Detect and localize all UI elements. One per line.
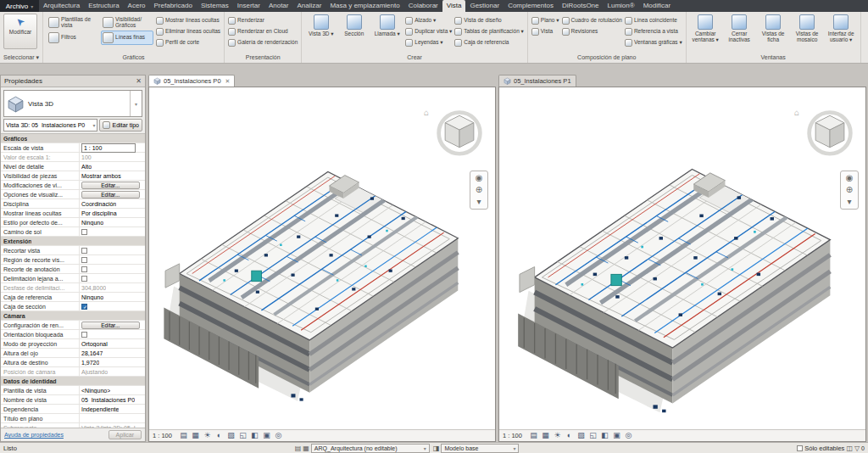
ribbon-button[interactable]: Renderizar xyxy=(228,15,298,25)
ribbon-button[interactable]: Vistas de ficha xyxy=(758,14,789,42)
navigation-bar[interactable]: ◉ ⊕ ▾ xyxy=(840,171,859,210)
checkbox[interactable] xyxy=(81,257,87,263)
viewcube-cube-icon[interactable] xyxy=(434,106,485,157)
ribbon-button[interactable]: Vista xyxy=(531,26,559,36)
checkbox[interactable] xyxy=(81,248,87,254)
property-value[interactable] xyxy=(80,248,145,254)
property-value[interactable]: Ortogonal Ortogonal xyxy=(80,341,145,347)
property-value[interactable]: Independiente Independiente xyxy=(80,406,145,412)
ribbon-tab[interactable]: Sistemas xyxy=(197,0,233,12)
ribbon-tab[interactable]: Anotar xyxy=(264,0,293,12)
viewcube[interactable]: ⌂ xyxy=(794,106,855,159)
panel-label-seleccionar[interactable]: Seleccionar ▾ xyxy=(0,53,42,63)
properties-help-link[interactable]: Ayuda de propiedades xyxy=(4,432,64,438)
show-crop-region-icon[interactable]: ◧ xyxy=(250,431,259,440)
ribbon-button[interactable]: Alzado ▾ xyxy=(405,15,452,25)
show-crop-region-icon[interactable]: ◧ xyxy=(600,431,609,440)
edit-type-button[interactable]: Editar tipo xyxy=(99,119,142,131)
ribbon-button[interactable]: Caja de referencia xyxy=(454,37,523,48)
checkbox[interactable] xyxy=(81,229,87,235)
property-value[interactable] xyxy=(80,276,145,282)
checkbox[interactable] xyxy=(81,276,87,282)
ribbon-button[interactable]: Vista de diseño xyxy=(454,15,523,25)
ribbon-button[interactable]: Filtros xyxy=(47,31,99,45)
view-tab-instalaciones-p0[interactable]: 05_Instalaciones P0 ✕ xyxy=(148,75,235,87)
section-box-icon[interactable]: ▣ xyxy=(612,431,621,440)
ribbon-button[interactable]: Galería de renderización xyxy=(228,37,298,48)
ribbon-button[interactable]: Leyendas ▾ xyxy=(405,37,452,48)
section-box-icon[interactable]: ▣ xyxy=(262,431,271,440)
ribbon-button[interactable]: Llamada ▾ xyxy=(371,14,403,36)
ribbon-button[interactable]: Visibilidad/ Gráficos xyxy=(101,15,153,30)
property-value[interactable]: 1,9720 1,9720 xyxy=(80,360,145,366)
drawing-area[interactable]: ⌂ ◉ ⊕ ▾ 1 : 100 ▤ ▦ ☀ xyxy=(498,87,866,442)
visual-style-icon[interactable]: ▦ xyxy=(541,431,550,440)
design-options-icon[interactable]: ◨ xyxy=(433,444,440,453)
ribbon-tab[interactable]: Analizar xyxy=(292,0,326,12)
properties-title-bar[interactable]: Propiedades ✕ xyxy=(1,76,145,87)
checkbox[interactable] xyxy=(81,266,87,272)
property-value[interactable]: Editar... Editar... xyxy=(80,182,145,189)
drawing-area[interactable]: ⌂ ◉ ⊕ ▾ 1 : 100 ▤ ▦ ☀ xyxy=(148,87,496,442)
sun-path-icon[interactable]: ☀ xyxy=(203,431,212,440)
property-value[interactable]: Editar... Editar... xyxy=(80,322,145,329)
property-value[interactable]: Ninguno Ninguno xyxy=(80,220,145,226)
ribbon-tab[interactable]: Prefabricado xyxy=(150,0,197,12)
property-value[interactable] xyxy=(80,332,145,338)
ribbon-tab[interactable]: Vista xyxy=(442,0,466,12)
ribbon-button[interactable]: Plano ▾ xyxy=(531,15,559,25)
viewcube-cube-icon[interactable] xyxy=(804,106,855,157)
ribbon-button[interactable]: Interfaz de usuario ▾ xyxy=(826,14,857,42)
view-scale[interactable]: 1 : 100 xyxy=(503,432,526,439)
property-value[interactable]: Editar... Editar... xyxy=(80,191,145,199)
property-value[interactable] xyxy=(80,304,145,310)
ribbon-button[interactable]: Sección xyxy=(338,14,370,36)
checkbox[interactable] xyxy=(81,304,87,310)
checkbox[interactable] xyxy=(81,332,87,338)
ribbon-button[interactable]: Cambiar ventanas ▾ xyxy=(690,14,721,42)
ribbon-button[interactable]: Plantillas de vista xyxy=(47,15,99,30)
ribbon-button[interactable]: Líneas finas xyxy=(101,31,153,45)
file-menu-button[interactable]: Archivo ▾ xyxy=(0,0,39,12)
ribbon-tab[interactable]: Modificar xyxy=(639,0,675,12)
type-selector-dropdown[interactable]: ▾ xyxy=(130,91,142,116)
navbar-expand-icon[interactable]: ▾ xyxy=(847,198,851,206)
close-view-icon[interactable]: ✕ xyxy=(225,78,231,85)
ribbon-tab[interactable]: Insertar xyxy=(233,0,264,12)
detail-level-icon[interactable]: ▤ xyxy=(179,431,188,440)
reveal-hidden-elements-icon[interactable]: ◎ xyxy=(274,431,283,440)
property-value[interactable]: 304,8000 304,8000 xyxy=(80,285,145,291)
ribbon-tab[interactable]: Estructura xyxy=(84,0,123,12)
close-icon[interactable]: ✕ xyxy=(136,76,142,87)
ribbon-button[interactable]: Eliminar líneas ocultas xyxy=(156,26,220,36)
render-dialog-icon[interactable]: ▧ xyxy=(576,431,586,440)
exclude-options-icon[interactable]: ◫ xyxy=(846,444,853,453)
property-value[interactable]: 1 : 100 1 : 100 xyxy=(80,143,145,153)
ribbon-button[interactable]: Vista 3D ▾ xyxy=(305,14,337,36)
viewcube-home-icon[interactable]: ⌂ xyxy=(424,108,429,117)
ribbon-button[interactable]: Mostrar líneas ocultas xyxy=(156,15,220,25)
navigation-wheel-icon[interactable]: ◉ xyxy=(476,174,483,182)
property-value[interactable] xyxy=(80,266,145,272)
ribbon-tab[interactable]: Masa y emplazamiento xyxy=(326,0,403,12)
ribbon-tab[interactable]: Arquitectura xyxy=(39,0,84,12)
design-option-select[interactable]: Modelo base ▾ xyxy=(441,444,519,453)
zoom-icon[interactable]: ⊕ xyxy=(476,186,482,194)
edit-button[interactable]: Editar... xyxy=(81,182,140,189)
ribbon-button[interactable]: Duplicar vista ▾ xyxy=(405,26,452,36)
property-value[interactable]: Ninguno Ninguno xyxy=(80,294,145,300)
property-value[interactable]: 05_Instalaciones P0 05_Instalaciones P0 xyxy=(80,397,145,403)
view-scale[interactable]: 1 : 100 xyxy=(153,432,176,439)
property-value[interactable]: Por disciplina Por disciplina xyxy=(80,210,145,216)
property-value[interactable]: 28,1647 28,1647 xyxy=(80,350,145,356)
ribbon-button[interactable]: Perfil de corte xyxy=(156,37,220,48)
property-value[interactable] xyxy=(80,229,145,235)
editable-only-checkbox[interactable] xyxy=(797,445,803,451)
shadows-icon[interactable]: ◐ xyxy=(565,431,574,440)
viewcube[interactable]: ⌂ xyxy=(424,106,485,159)
active-workset-select[interactable]: ARQ_Arquitectura (no editable) ▾ xyxy=(311,444,430,453)
view-tab-instalaciones-p1[interactable]: 05_Instalaciones P1 xyxy=(498,75,576,87)
property-value[interactable]: Coordinación Coordinación xyxy=(80,201,145,207)
property-value[interactable] xyxy=(80,257,145,263)
apply-button[interactable]: Aplicar xyxy=(108,430,142,439)
